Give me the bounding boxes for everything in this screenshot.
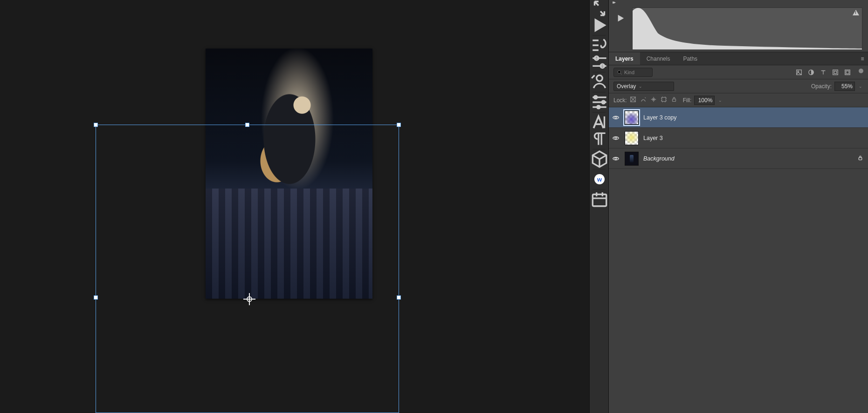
transform-handle-top-middle[interactable] [245, 123, 249, 127]
transform-handle-top-left[interactable] [94, 123, 98, 127]
layer-thumbnail[interactable] [625, 111, 639, 125]
svg-rect-6 [592, 195, 606, 206]
histogram-panel [609, 5, 868, 52]
lock-position-icon[interactable] [650, 96, 657, 104]
filter-toggle-icon[interactable] [859, 69, 863, 73]
lock-label: Lock: [613, 97, 627, 104]
panel-dock: w [589, 0, 609, 413]
panel-tabs: Layers Channels Paths ≡ [609, 52, 868, 65]
svg-rect-11 [833, 70, 838, 75]
filter-type-icon[interactable] [820, 69, 827, 76]
right-panels: ▸▸ Layers Channels Paths ≡ Kind [609, 0, 868, 413]
web-badge-icon[interactable]: w [590, 171, 609, 188]
svg-point-9 [798, 70, 799, 72]
svg-rect-12 [834, 71, 836, 73]
histogram-play-icon[interactable] [614, 14, 627, 22]
svg-point-20 [615, 158, 617, 160]
layer-name[interactable]: Layer 3 [643, 135, 663, 141]
character-icon[interactable] [590, 114, 609, 131]
brush-list-icon[interactable] [590, 37, 609, 54]
collapse-arrows-icon[interactable]: ▸▸ [613, 0, 614, 5]
lock-transparency-icon[interactable] [630, 96, 636, 104]
layer-visibility-icon[interactable] [609, 155, 623, 162]
play-icon[interactable] [590, 17, 609, 34]
histogram-warning-icon[interactable] [853, 10, 859, 15]
chevron-down-icon: ⌄ [639, 84, 642, 89]
svg-rect-21 [859, 157, 862, 160]
transform-pivot-icon[interactable] [245, 295, 254, 303]
tab-paths[interactable]: Paths [676, 52, 704, 65]
transform-handle-top-right[interactable] [397, 123, 401, 127]
clone-source-icon[interactable] [590, 74, 609, 91]
svg-point-7 [618, 70, 620, 73]
histogram-header: ▸▸ [609, 0, 868, 5]
transform-handle-middle-left[interactable] [94, 295, 98, 300]
svg-rect-17 [672, 99, 675, 101]
svg-rect-16 [661, 98, 666, 102]
blend-mode-dropdown[interactable]: Overlay ⌄ [613, 82, 674, 91]
cube-3d-icon[interactable] [590, 151, 609, 168]
opacity-label: Opacity: [811, 83, 832, 90]
filter-smart-icon[interactable] [844, 69, 851, 76]
svg-point-2 [597, 75, 603, 81]
canvas-area[interactable] [0, 0, 589, 413]
tab-channels[interactable]: Channels [640, 52, 677, 65]
layer-filter-row: Kind [609, 65, 868, 79]
layer-thumbnail[interactable] [625, 131, 639, 145]
lock-row: Lock: Fill: 100% ⌄ [609, 93, 868, 107]
transform-handle-middle-right[interactable] [397, 295, 401, 300]
paragraph-icon[interactable] [590, 131, 609, 147]
layers-list[interactable]: Layer 3 copyLayer 3Background [609, 107, 868, 413]
fill-input[interactable]: 100% [694, 96, 715, 105]
lock-pixels-icon[interactable] [640, 96, 647, 104]
layer-visibility-icon[interactable] [609, 134, 623, 142]
transform-bounding-box[interactable] [96, 125, 399, 413]
opacity-chevron-icon[interactable]: ⌄ [858, 84, 863, 89]
filter-kind-label: Kind [624, 70, 634, 75]
calendar-icon[interactable] [590, 191, 609, 208]
layer-thumbnail[interactable] [625, 152, 639, 166]
filter-adjustment-icon[interactable] [807, 69, 815, 76]
svg-rect-14 [846, 70, 849, 73]
layer-visibility-icon[interactable] [609, 114, 623, 121]
lock-artboard-icon[interactable] [661, 96, 667, 104]
blend-mode-value: Overlay [617, 83, 636, 90]
adjustments-icon[interactable] [590, 94, 609, 111]
layer-row[interactable]: Layer 3 copy [609, 107, 868, 128]
filter-shape-icon[interactable] [832, 69, 839, 76]
lock-all-icon[interactable] [671, 96, 677, 104]
blend-mode-row: Overlay ⌄ Opacity: 55% ⌄ [609, 79, 868, 93]
sliders-icon[interactable] [590, 54, 609, 70]
opacity-input[interactable]: 55% [834, 82, 855, 91]
layer-lock-icon[interactable] [857, 154, 863, 163]
layer-row[interactable]: Background [609, 148, 868, 169]
svg-point-19 [615, 137, 617, 139]
svg-point-18 [615, 117, 617, 119]
panel-menu-icon[interactable]: ≡ [857, 56, 868, 62]
layer-name[interactable]: Background [643, 155, 675, 162]
filter-kind-dropdown[interactable]: Kind [613, 68, 653, 77]
expand-arrows-icon[interactable] [590, 0, 609, 17]
layer-row[interactable]: Layer 3 [609, 128, 868, 148]
fill-chevron-icon[interactable]: ⌄ [717, 98, 723, 103]
histogram-graph[interactable] [632, 7, 862, 49]
fill-label: Fill: [683, 97, 692, 104]
filter-pixel-icon[interactable] [795, 69, 803, 76]
layer-name[interactable]: Layer 3 copy [643, 114, 677, 121]
tab-layers[interactable]: Layers [609, 52, 640, 65]
